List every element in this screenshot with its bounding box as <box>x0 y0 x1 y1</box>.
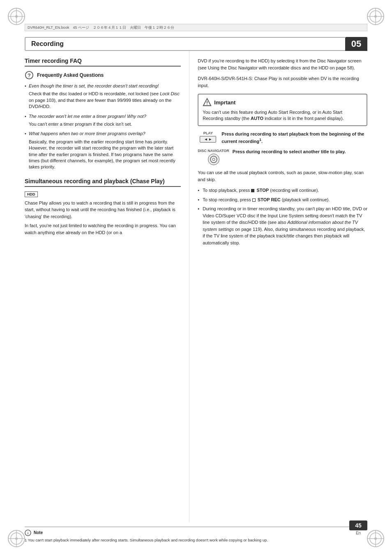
important-title: Imprtant <box>214 99 235 106</box>
play-description: Press during recording to start playback… <box>221 131 367 145</box>
svg-point-23 <box>207 104 208 105</box>
page-number: 45 <box>355 522 362 529</box>
sim-body2: In fact, you're not just limited to watc… <box>25 222 181 236</box>
faq-item-2: The recorder won't let me enter a timer … <box>25 113 181 128</box>
faq-sub-heading: Frequently Asked Questions <box>37 72 104 78</box>
svg-point-14 <box>15 537 18 540</box>
disc-nav-button <box>208 154 219 165</box>
chapter-number: 05 <box>351 39 361 49</box>
faq-item-2-italic: The recorder won't let me enter a timer … <box>29 114 146 119</box>
section-title: Recording <box>31 40 64 48</box>
auto-bold: AUTO <box>251 116 263 121</box>
play-arrow-right: ► <box>208 137 212 141</box>
right-bullet-2: To stop recording, press STOP REC (playb… <box>198 196 367 203</box>
right-column: DVD if you're recording to the HDD) by s… <box>189 51 367 522</box>
question-icon: ? <box>25 71 34 80</box>
important-title-row: Imprtant <box>203 98 362 107</box>
faq-icon-row: ? Frequently Asked Questions <box>25 71 181 80</box>
svg-point-4 <box>15 15 18 18</box>
right-bullet-3: During recording or in timer recording s… <box>198 205 367 246</box>
svg-point-24 <box>210 156 217 163</box>
note-box: i Note 1 You can't start playback immedi… <box>25 527 367 543</box>
faq-item-1-italic: Even though the timer is set, the record… <box>29 83 159 88</box>
svg-point-9 <box>374 15 377 18</box>
header-bar: DVR640H_RLT_EN.book 45 ページ ２０６年４月１１日 火曜日… <box>25 24 367 31</box>
stop-rec-icon <box>252 198 256 202</box>
right-body2: DVR-640H-S/DVR-541H-S: Chase Play is not… <box>198 75 367 89</box>
faq-item-1: Even though the timer is set, the record… <box>25 83 181 110</box>
right-bullet-list: To stop playback, press STOP (recording … <box>198 187 367 246</box>
chapter-tab: 05 <box>345 37 367 51</box>
play-button-image: ◄ ► <box>200 136 216 143</box>
faq-bullet-list: Even though the timer is set, the record… <box>25 83 181 170</box>
page-lang: En <box>349 531 367 535</box>
play-label: PLAY <box>203 131 213 135</box>
important-text: You can't use this feature during Auto S… <box>203 109 362 122</box>
svg-point-25 <box>212 158 215 161</box>
note-title: Note <box>34 530 43 535</box>
faq-item-3-body: Basically, the program with the earlier … <box>29 139 181 170</box>
svg-text:i: i <box>28 531 29 535</box>
disc-nav-label: DISC NAVIGATOR <box>198 149 229 153</box>
faq-item-2-body: You can't enter a timer program if the c… <box>29 121 181 127</box>
svg-point-19 <box>374 537 377 540</box>
right-body3: You can use all the usual playback contr… <box>198 169 367 183</box>
faq-heading: Timer recording FAQ <box>25 58 181 67</box>
stop-bold: STOP <box>256 188 269 193</box>
right-body1: DVD if you're recording to the HDD) by s… <box>198 58 367 71</box>
stop-rec-bold: STOP REC <box>258 197 281 202</box>
footnote-ref: 1 <box>259 138 261 142</box>
faq-item-3: What happens when two or more timer prog… <box>25 131 181 170</box>
hdd-badge: HDD <box>25 191 38 197</box>
svg-text:?: ? <box>28 72 31 78</box>
section-title-bar: Recording <box>25 37 345 51</box>
faq-item-3-italic: What happens when two or more timer prog… <box>29 131 145 136</box>
play-arrow-left: ◄ <box>204 137 208 141</box>
note-icon: i <box>25 530 31 536</box>
sim-body1: Chase Play allows you to watch a recordi… <box>25 200 181 220</box>
disc-nav-row: DISC NAVIGATOR Press during recording to… <box>198 149 367 165</box>
right-bullet-1: To stop playback, press STOP (recording … <box>198 187 367 194</box>
note-title-row: i Note <box>25 530 367 536</box>
sim-heading: Simultaneous recording and playback (Cha… <box>25 178 181 187</box>
stop-icon <box>251 189 254 192</box>
main-content: Timer recording FAQ ? Frequently Asked Q… <box>25 51 367 522</box>
sim-section: Simultaneous recording and playback (Cha… <box>25 178 181 236</box>
left-column: Timer recording FAQ ? Frequently Asked Q… <box>25 51 189 522</box>
page-number-box: 45 <box>349 520 367 530</box>
note-text: 1 You can't start playback immediately a… <box>25 537 367 543</box>
disc-nav-description: Press during recording to select another… <box>233 149 367 155</box>
play-button-row: PLAY ◄ ► Press during recording to start… <box>198 131 367 145</box>
important-box: Imprtant You can't use this feature duri… <box>198 94 367 126</box>
faq-item-1-body: Check that the disc loaded or HDD is rec… <box>29 91 181 110</box>
important-icon <box>203 98 212 107</box>
file-info: DVR640H_RLT_EN.book 45 ページ ２０６年４月１１日 火曜日… <box>28 25 174 30</box>
